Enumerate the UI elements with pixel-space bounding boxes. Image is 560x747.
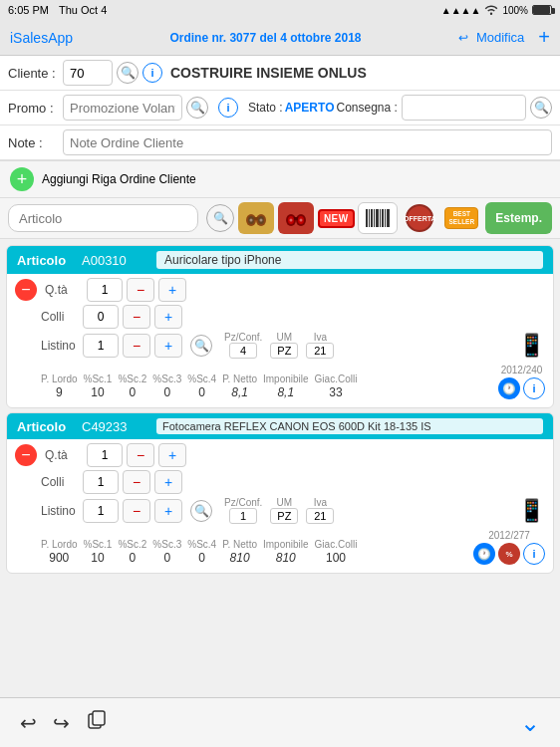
- article-desc-1: Auricolare tipo iPhone: [156, 251, 543, 269]
- info-icon-1[interactable]: i: [523, 377, 545, 399]
- giaccolli-val-2: 100: [326, 551, 346, 565]
- bestseller-badge-button[interactable]: BESTSELLER: [441, 202, 481, 234]
- listino-search-1[interactable]: 🔍: [190, 335, 212, 357]
- stato-value: APERTO: [285, 101, 335, 115]
- article-code-2: C49233: [82, 419, 146, 434]
- pnetto-label-1: P. Netto: [222, 374, 257, 384]
- sc4-val-1: 0: [198, 385, 205, 399]
- clock-icon-2[interactable]: 🕐: [473, 543, 495, 565]
- offer-icon-2[interactable]: %: [498, 543, 520, 565]
- binoculars2-button[interactable]: [278, 202, 314, 234]
- pzconf-value-2: 1: [229, 508, 257, 524]
- wifi-icon: [484, 4, 498, 17]
- qta-decrement-1[interactable]: −: [127, 278, 154, 302]
- add-icon[interactable]: +: [538, 26, 550, 49]
- company-name: COSTRUIRE INSIEME ONLUS: [170, 65, 367, 81]
- modify-button[interactable]: Modifica: [476, 30, 524, 45]
- article-desc-2: Fotocamera REFLEX CANON EOS 600D Kit 18-…: [156, 418, 543, 434]
- status-bar: 6:05 PM Thu Oct 4 ▲▲▲▲ 100%: [0, 0, 560, 20]
- listino-increment-2[interactable]: +: [154, 499, 182, 523]
- giaccolli-val-1: 33: [329, 385, 342, 399]
- svg-rect-22: [387, 209, 390, 227]
- status-time: 6:05 PM: [8, 4, 49, 16]
- listino-label-2: Listino: [41, 504, 79, 518]
- promo-info-button[interactable]: i: [218, 98, 238, 118]
- article-header-2: Articolo C49233 Fotocamera REFLEX CANON …: [7, 413, 553, 439]
- binoculars1-button[interactable]: [238, 202, 274, 234]
- copy-button[interactable]: [86, 709, 108, 736]
- article-search-button[interactable]: 🔍: [206, 204, 234, 232]
- sc3-val-2: 0: [163, 551, 170, 565]
- promo-input[interactable]: [63, 95, 182, 121]
- battery-percentage: 100%: [502, 5, 528, 16]
- remove-article-1-button[interactable]: −: [15, 279, 37, 301]
- svg-rect-14: [366, 209, 368, 227]
- article-card-1: Articolo A00310 Auricolare tipo iPhone −…: [6, 245, 554, 408]
- consegna-label: Consegna :: [336, 101, 397, 115]
- redo-button[interactable]: ↪: [53, 709, 70, 736]
- consegna-search-button[interactable]: 🔍: [530, 97, 552, 119]
- listino-value-1: 1: [83, 334, 119, 358]
- qta-increment-1[interactable]: +: [158, 278, 186, 302]
- svg-rect-2: [254, 217, 259, 220]
- app-title[interactable]: iSalesApp: [10, 30, 73, 46]
- note-input[interactable]: [63, 129, 552, 155]
- svg-rect-19: [380, 209, 381, 227]
- listino-decrement-1[interactable]: −: [123, 334, 150, 358]
- sc2-label-1: %Sc.2: [118, 374, 146, 384]
- cliente-search-button[interactable]: 🔍: [117, 62, 139, 84]
- clock-icon-1[interactable]: 🕐: [498, 377, 520, 399]
- bottom-left-buttons: ↩ ↪: [20, 709, 108, 736]
- svg-rect-24: [93, 711, 105, 725]
- listino-increment-1[interactable]: +: [154, 334, 182, 358]
- sc1-val-1: 10: [91, 385, 104, 399]
- offer-badge-button[interactable]: OFFERTA: [402, 202, 437, 234]
- status-date: Thu Oct 4: [59, 4, 107, 16]
- cliente-info-button[interactable]: i: [142, 63, 162, 83]
- cliente-row: Cliente : 🔍 i COSTRUIRE INSIEME ONLUS: [0, 56, 560, 91]
- estemp-label: Estemp.: [495, 211, 542, 225]
- order-title: Ordine nr. 3077 del 4 ottobre 2018: [79, 31, 452, 45]
- scroll-down-button[interactable]: ⌄: [520, 709, 540, 737]
- yearcode-2: 2012/277: [488, 530, 530, 541]
- sc4-label-2: %Sc.4: [187, 539, 216, 550]
- pzconf-value-1: 4: [229, 343, 257, 359]
- article-search-input[interactable]: [8, 204, 198, 232]
- svg-rect-15: [369, 209, 370, 227]
- qta-increment-2[interactable]: +: [158, 443, 186, 467]
- add-article-button[interactable]: +: [10, 167, 34, 191]
- sc2-label-2: %Sc.2: [118, 539, 146, 550]
- estemp-button[interactable]: Estemp.: [485, 202, 552, 234]
- info-icon-2[interactable]: i: [523, 543, 545, 565]
- consegna-input[interactable]: [402, 95, 526, 121]
- cliente-label: Cliente :: [8, 66, 63, 81]
- listino-search-2[interactable]: 🔍: [190, 500, 212, 522]
- iva-value-2: 21: [306, 508, 334, 524]
- article-header-label: Articolo: [17, 253, 72, 268]
- sc3-val-1: 0: [163, 385, 170, 399]
- colli-decrement-1[interactable]: −: [123, 305, 150, 329]
- phone-icon-1: 📱: [518, 333, 545, 359]
- remove-article-2-button[interactable]: −: [15, 444, 37, 466]
- qta-decrement-2[interactable]: −: [127, 443, 154, 467]
- plordo-label-1: P. Lordo: [41, 374, 78, 384]
- colli-increment-1[interactable]: +: [154, 305, 182, 329]
- colli-value-1: 0: [83, 305, 119, 329]
- colli-label-2: Colli: [41, 475, 79, 489]
- sc3-label-1: %Sc.3: [152, 374, 181, 384]
- signal-icon: ▲▲▲▲: [441, 5, 481, 16]
- listino-decrement-2[interactable]: −: [123, 499, 150, 523]
- colli-decrement-2[interactable]: −: [123, 470, 150, 494]
- promo-search-button[interactable]: 🔍: [186, 97, 208, 119]
- add-row: + Aggiungi Riga Ordine Cliente: [0, 161, 560, 198]
- cliente-input[interactable]: [63, 60, 113, 86]
- undo-button[interactable]: ↩: [20, 709, 37, 736]
- sc4-label-1: %Sc.4: [187, 374, 216, 384]
- article-header-1: Articolo A00310 Auricolare tipo iPhone: [7, 246, 553, 274]
- sc2-val-1: 0: [130, 385, 137, 399]
- svg-rect-16: [371, 209, 373, 227]
- barcode-button[interactable]: [358, 202, 398, 234]
- battery-icon: [532, 5, 552, 15]
- colli-increment-2[interactable]: +: [154, 470, 182, 494]
- new-badge-button[interactable]: NEW: [318, 202, 354, 234]
